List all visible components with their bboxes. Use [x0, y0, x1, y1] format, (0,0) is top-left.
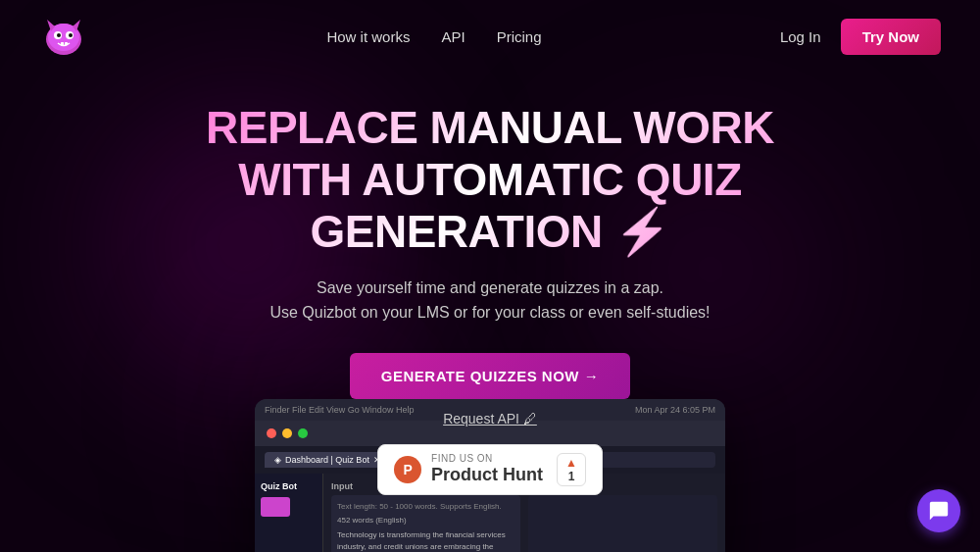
ph-count: 1	[568, 470, 575, 483]
ph-product-hunt-label: Product Hunt	[431, 465, 543, 486]
nav-pricing[interactable]: Pricing	[497, 28, 542, 45]
svg-point-4	[57, 33, 61, 37]
product-hunt-text: FIND US ON Product Hunt	[431, 453, 543, 486]
hero-title: REPLACE MANUAL WORK WITH AUTOMATIC QUIZ …	[147, 102, 833, 258]
ph-find-us-label: FIND US ON	[431, 453, 493, 465]
svg-rect-9	[65, 42, 68, 45]
product-hunt-icon: P	[394, 456, 421, 483]
ph-upvotes: ▲ 1	[557, 453, 586, 486]
product-hunt-badge[interactable]: P FIND US ON Product Hunt ▲ 1	[377, 444, 603, 495]
ph-arrow-icon: ▲	[565, 456, 577, 470]
nav-actions: Log In Try Now	[780, 19, 941, 55]
svg-point-5	[69, 33, 73, 37]
hero-subtitle: Save yourself time and generate quizzes …	[20, 276, 960, 326]
generate-quizzes-button[interactable]: GENERATE QUIZZES NOW →	[350, 353, 630, 399]
try-now-button[interactable]: Try Now	[841, 19, 941, 55]
login-button[interactable]: Log In	[780, 28, 821, 45]
svg-rect-8	[61, 42, 64, 45]
logo-icon	[39, 12, 88, 61]
navbar: How it works API Pricing Log In Try Now	[0, 0, 980, 73]
hero-section: REPLACE MANUAL WORK WITH AUTOMATIC QUIZ …	[0, 73, 980, 515]
request-api-link[interactable]: Request API 🖊	[20, 411, 960, 427]
nav-how-it-works[interactable]: How it works	[326, 28, 410, 45]
nav-api[interactable]: API	[441, 28, 465, 45]
sample-text: Technology is transforming the financial…	[337, 529, 514, 552]
nav-links: How it works API Pricing	[326, 28, 541, 45]
logo[interactable]	[39, 12, 88, 61]
chat-icon	[928, 500, 950, 522]
word-count: 452 words (English)	[337, 515, 514, 526]
chat-button[interactable]	[917, 489, 960, 532]
